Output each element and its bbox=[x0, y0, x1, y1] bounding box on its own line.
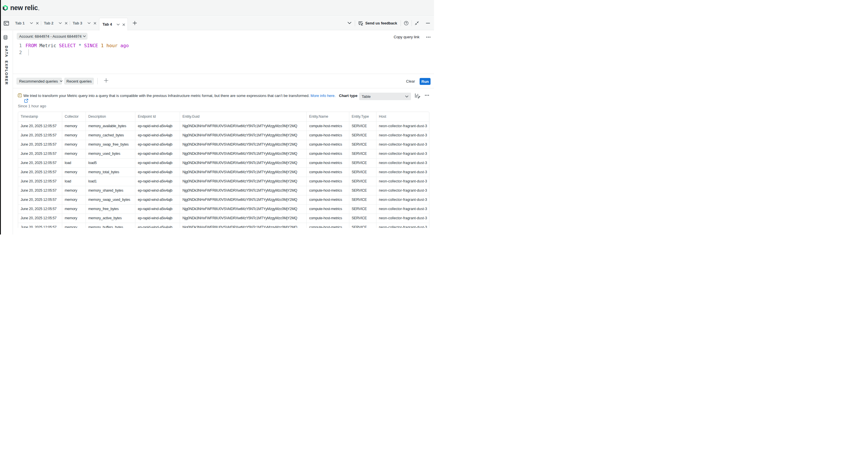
tab-chevron-icon[interactable] bbox=[117, 24, 120, 26]
table-cell: June 20, 2025 12:05:57 bbox=[18, 213, 62, 223]
send-feedback-button[interactable]: Send us feedback bbox=[358, 21, 397, 26]
add-query-icon[interactable] bbox=[104, 78, 108, 82]
table-cell: compute-host-metrics bbox=[307, 122, 349, 131]
table-cell: Njg0NDk3NHxFWFR8U0VSVklDRXwtMzY5NTc1MTYy… bbox=[180, 149, 307, 158]
table-cell: neon-collector-fragrant-dust-3 bbox=[376, 158, 429, 167]
nrql-editor[interactable]: 1FROM Metric SELECT * SINCE 1 hour ago2 bbox=[16, 42, 362, 56]
chevron-down-icon bbox=[405, 96, 408, 98]
tab-tab-1[interactable]: Tab 1 bbox=[13, 16, 41, 30]
table-cell: load1 bbox=[86, 177, 135, 186]
screen-edge bbox=[0, 0, 1, 234]
results-table-container: TimestampCollectorDescriptionEndpoint Id… bbox=[18, 112, 429, 228]
table-cell: neon-collector-fragrant-dust-3 bbox=[376, 149, 429, 158]
table-cell: compute-host-metrics bbox=[307, 213, 349, 223]
run-button[interactable]: Run bbox=[420, 78, 431, 85]
copy-query-link-button[interactable]: Copy query link bbox=[394, 35, 420, 39]
table-cell: Njg0NDk3NHxFWFR8U0VSVklDRXwtMzY5NTc1MTYy… bbox=[180, 177, 307, 186]
column-header-entity-type[interactable]: Entity.Type bbox=[349, 112, 376, 122]
tab-close-icon[interactable] bbox=[94, 22, 96, 25]
tab-tab-3[interactable]: Tab 3 bbox=[70, 16, 98, 30]
divider bbox=[411, 20, 412, 26]
table-cell: Njg0NDk3NHxFWFR8U0VSVklDRXwtMzY5NTc1MTYy… bbox=[180, 186, 307, 195]
table-cell: compute-host-metrics bbox=[307, 158, 349, 167]
divider bbox=[97, 78, 98, 84]
external-link-icon[interactable] bbox=[24, 99, 28, 103]
tab-chevron-icon[interactable] bbox=[30, 22, 33, 24]
chart-type-select[interactable]: Table bbox=[359, 93, 411, 100]
table-cell: neon-collector-fragrant-dust-3 bbox=[376, 167, 429, 177]
line-number: 1 bbox=[16, 43, 22, 48]
table-cell: neon-collector-fragrant-dust-3 bbox=[376, 213, 429, 223]
table-cell: ep-rapid-wind-a5iv4ajb bbox=[135, 177, 180, 186]
table-cell: SERVICE bbox=[349, 213, 376, 223]
table-cell: June 20, 2025 12:05:57 bbox=[18, 122, 62, 131]
new-relic-logo: new relic ® bbox=[2, 4, 39, 12]
tab-close-icon[interactable] bbox=[36, 22, 39, 25]
table-cell: memory bbox=[62, 223, 86, 228]
column-header-entity-guid[interactable]: Entity.Guid bbox=[180, 112, 307, 122]
minimize-icon[interactable] bbox=[426, 23, 430, 24]
tab-chevron-icon[interactable] bbox=[59, 22, 62, 24]
tab-tab-2[interactable]: Tab 2 bbox=[41, 16, 70, 30]
feedback-icon bbox=[358, 21, 363, 26]
table-cell: compute-host-metrics bbox=[307, 177, 349, 186]
table-cell: Njg0NDk3NHxFWFR8U0VSVklDRXwtMzY5NTc1MTYy… bbox=[180, 204, 307, 213]
account-selector[interactable]: Account: 6844974 - Account 6844974 bbox=[17, 33, 88, 40]
table-cell: load5 bbox=[86, 158, 135, 167]
tabs-overflow-chevron-icon[interactable] bbox=[348, 22, 351, 24]
tab-close-icon[interactable] bbox=[122, 23, 125, 26]
table-cell: Njg0NDk3NHxFWFR8U0VSVklDRXwtMzY5NTc1MTYy… bbox=[180, 213, 307, 223]
table-cell: ep-rapid-wind-a5iv4ajb bbox=[135, 223, 180, 228]
table-cell: memory_free_bytes bbox=[86, 204, 135, 213]
add-tab-button[interactable] bbox=[133, 21, 137, 25]
column-header-endpoint-id[interactable]: Endpoint Id bbox=[135, 112, 180, 122]
result-more-options-icon[interactable] bbox=[425, 95, 429, 96]
column-header-collector[interactable]: Collector bbox=[62, 112, 86, 122]
token-ident bbox=[56, 43, 59, 48]
help-icon[interactable] bbox=[404, 21, 408, 25]
tab-tab-4[interactable]: Tab 4 bbox=[99, 18, 128, 31]
table-cell: Njg0NDk3NHxFWFR8U0VSVklDRXwtMzY5NTc1MTYy… bbox=[180, 122, 307, 131]
query-more-options-icon[interactable] bbox=[426, 37, 431, 38]
token-keyword: SELECT bbox=[59, 43, 76, 48]
table-cell: June 20, 2025 12:05:57 bbox=[18, 149, 62, 158]
table-cell: load bbox=[62, 158, 86, 167]
divider bbox=[41, 21, 41, 25]
recommended-queries-button[interactable]: Recommended queries bbox=[17, 78, 62, 85]
chart-type-label: Chart type bbox=[339, 94, 358, 98]
table-cell: neon-collector-fragrant-dust-3 bbox=[376, 204, 429, 213]
database-icon[interactable] bbox=[3, 35, 7, 40]
more-info-link[interactable]: More info here. bbox=[310, 94, 336, 98]
column-header-entity-name[interactable]: Entity.Name bbox=[307, 112, 349, 122]
table-cell: memory_buffers_bytes bbox=[86, 223, 135, 228]
console-icon[interactable] bbox=[3, 21, 9, 26]
recommended-queries-label: Recommended queries bbox=[19, 79, 58, 83]
tab-chevron-icon[interactable] bbox=[88, 22, 91, 24]
table-cell: compute-host-metrics bbox=[307, 195, 349, 204]
since-label: Since 1 hour ago bbox=[18, 104, 46, 108]
table-cell: neon-collector-fragrant-dust-3 bbox=[376, 186, 429, 195]
chart-edit-icon[interactable] bbox=[415, 93, 421, 98]
column-header-description[interactable]: Description bbox=[86, 112, 135, 122]
table-cell: memory bbox=[62, 186, 86, 195]
column-header-host[interactable]: Host bbox=[376, 112, 429, 122]
collapse-icon[interactable] bbox=[415, 21, 419, 25]
table-cell: June 20, 2025 12:05:57 bbox=[18, 204, 62, 213]
table-cell: memory_cached_bytes bbox=[86, 131, 135, 140]
table-cell: ep-rapid-wind-a5iv4ajb bbox=[135, 195, 180, 204]
tab-label: Tab 3 bbox=[73, 21, 82, 25]
table-cell: memory bbox=[62, 213, 86, 223]
divider bbox=[401, 20, 401, 26]
column-header-timestamp[interactable]: Timestamp bbox=[18, 112, 62, 122]
clear-button[interactable]: Clear bbox=[406, 79, 415, 83]
recent-queries-button[interactable]: Recent queries bbox=[64, 78, 94, 85]
table-cell: neon-collector-fragrant-dust-3 bbox=[376, 177, 429, 186]
table-cell: SERVICE bbox=[349, 140, 376, 149]
table-cell: memory bbox=[62, 131, 86, 140]
chevron-down-icon bbox=[83, 35, 86, 37]
table-cell: SERVICE bbox=[349, 167, 376, 177]
tab-close-icon[interactable] bbox=[65, 22, 68, 25]
table-cell: SERVICE bbox=[349, 158, 376, 167]
divider bbox=[70, 21, 70, 25]
table-cell: memory_used_bytes bbox=[86, 149, 135, 158]
